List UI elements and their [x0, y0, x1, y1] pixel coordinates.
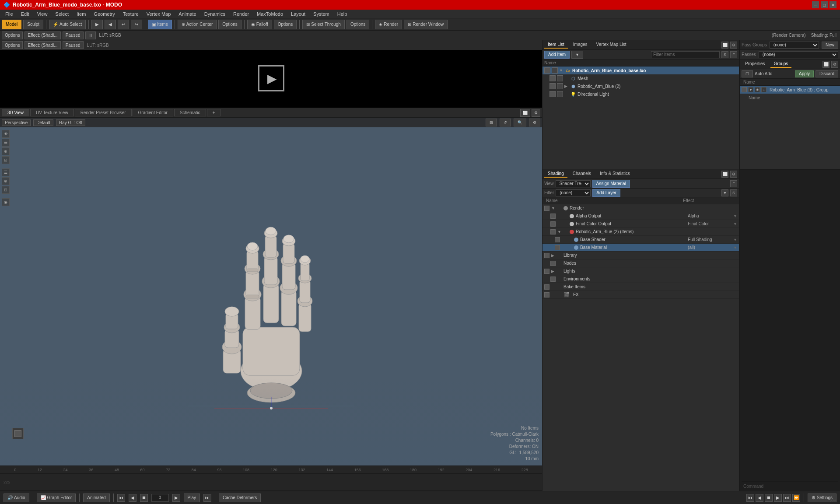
menu-animate[interactable]: Animate: [175, 10, 200, 18]
item-row-arm[interactable]: ▶ ⬢ Robotic_Arm_Blue (2): [542, 82, 739, 90]
f-btn[interactable]: F: [730, 51, 737, 58]
pause-icon-btn[interactable]: ⏸: [85, 32, 96, 39]
menu-dynamics[interactable]: Dynamics: [201, 10, 229, 18]
menu-help[interactable]: Help: [334, 10, 351, 18]
items-btn[interactable]: ▣ Items: [148, 20, 172, 29]
shader-f-btn[interactable]: F: [730, 180, 737, 187]
close-btn[interactable]: ✕: [830, 1, 836, 8]
add-item-btn[interactable]: Add Item: [544, 51, 570, 59]
new-pass-group-btn[interactable]: New: [822, 42, 838, 49]
shader-row-arm-group[interactable]: ▼ Robotic_Arm_Blue (2) (Items): [542, 228, 739, 236]
menu-render[interactable]: Render: [230, 10, 252, 18]
transport-2[interactable]: ◀: [756, 494, 763, 502]
group-expand-btn[interactable]: ▼: [748, 87, 753, 92]
item-row-mesh[interactable]: ⬡ Mesh: [542, 74, 739, 82]
shader-row-final[interactable]: Final Color Output Final Color ▼: [542, 220, 739, 228]
auto-add-checkbox[interactable]: ☐: [742, 70, 753, 77]
item-list-settings-btn[interactable]: ⚙: [730, 42, 737, 49]
toolbar-icon-btn-4[interactable]: ↪: [131, 20, 142, 29]
paused-btn[interactable]: Paused: [63, 32, 84, 39]
discard-btn[interactable]: Discard: [816, 70, 838, 77]
vis-nodes[interactable]: [550, 261, 556, 266]
sculpt-btn[interactable]: Sculpt: [23, 20, 43, 29]
render-btn[interactable]: ◈ Render: [375, 20, 402, 29]
vis-lock-light[interactable]: [557, 91, 563, 97]
item-row-light[interactable]: 💡 Directional Light: [542, 90, 739, 98]
menu-geometry[interactable]: Geometry: [90, 10, 118, 18]
item-list-expand-btn[interactable]: ⬜: [721, 42, 728, 49]
animated-btn[interactable]: Animated: [83, 494, 109, 502]
toolbar-icon-btn-1[interactable]: ▶: [91, 20, 103, 29]
vis-eye-light[interactable]: [550, 91, 556, 97]
add-layer-btn[interactable]: Add Layer: [592, 189, 620, 197]
tab-shading[interactable]: Shading: [544, 170, 567, 178]
transport-1[interactable]: ⏮: [746, 494, 754, 502]
pass-groups-dropdown[interactable]: (none): [770, 42, 819, 49]
action-center-btn[interactable]: ⊕ Action Center: [178, 20, 217, 29]
filter-none-dropdown[interactable]: (none): [556, 189, 591, 196]
shader-row-environments[interactable]: Environments: [542, 275, 739, 283]
falloff-btn[interactable]: ◉ Falloff: [247, 20, 272, 29]
vis-bake[interactable]: [544, 284, 550, 290]
menu-system[interactable]: System: [310, 10, 333, 18]
render-window-btn[interactable]: ⊞ Render Window: [404, 20, 448, 29]
command-input[interactable]: [763, 484, 836, 489]
frame-counter[interactable]: 0: [151, 494, 169, 502]
vis-arm-group[interactable]: [550, 229, 556, 234]
vis-lock-scene[interactable]: [552, 67, 558, 74]
play-label-btn[interactable]: Play: [184, 494, 200, 502]
s-btn[interactable]: S: [721, 51, 728, 58]
tab-properties[interactable]: Properties: [742, 60, 769, 68]
add-item-dropdown-btn[interactable]: ▼: [571, 51, 583, 59]
expand-render[interactable]: ▼: [551, 206, 556, 210]
expand-library[interactable]: ▶: [551, 253, 556, 258]
base-shader-arrow[interactable]: ▼: [733, 238, 737, 242]
tab-item-list[interactable]: Item List: [544, 41, 568, 49]
menu-texture[interactable]: Texture: [119, 10, 142, 18]
transport-4[interactable]: ▶: [774, 494, 782, 502]
apply-btn[interactable]: Apply: [795, 70, 814, 77]
shader-row-nodes[interactable]: Nodes: [542, 259, 739, 267]
effect-btn[interactable]: Effect: (Shadi...: [24, 32, 60, 39]
menu-vertex-map[interactable]: Vertex Map: [143, 10, 175, 18]
tab-channels[interactable]: Channels: [569, 170, 595, 178]
vis-final[interactable]: [550, 221, 556, 227]
vis-eye-arm[interactable]: [550, 83, 556, 89]
vis-lights[interactable]: [544, 269, 550, 274]
vis-eye-scene[interactable]: [544, 67, 550, 74]
play-button[interactable]: ▶: [258, 65, 284, 91]
tab-vertex-map[interactable]: Vertex Map List: [593, 41, 630, 49]
preview-effect-btn[interactable]: Effect: (Shadi...: [24, 41, 60, 49]
transport-6[interactable]: ⏩: [792, 494, 800, 502]
ray-gl-btn[interactable]: Ray GL: Off: [56, 119, 85, 126]
vis-library[interactable]: [544, 253, 550, 258]
shader-tree-dropdown[interactable]: Shader Tree: [556, 180, 591, 187]
shader-row-library[interactable]: ▶ Library: [542, 252, 739, 259]
tab-images[interactable]: Images: [570, 41, 591, 49]
shader-row-base-shader[interactable]: Base Shader Full Shading ▼: [542, 236, 739, 244]
options3-btn[interactable]: Options: [346, 20, 369, 29]
item-row-scene[interactable]: ▼ 🗂 Robotic_Arm_Blue_modo_base.lxo: [542, 66, 739, 74]
add-layer-dropdown[interactable]: ▼: [721, 189, 728, 196]
vis-fx[interactable]: [544, 292, 550, 298]
final-arrow[interactable]: ▼: [733, 222, 737, 226]
playback-back-btn[interactable]: ◀: [129, 494, 136, 502]
menu-file[interactable]: File: [2, 10, 17, 18]
perspective-btn[interactable]: Perspective: [2, 119, 31, 126]
group-row-name-field[interactable]: Name: [740, 94, 840, 102]
default-btn[interactable]: Default: [33, 119, 53, 126]
shader-row-render[interactable]: ▼ Render: [542, 204, 739, 212]
tab-groups[interactable]: Groups: [770, 60, 792, 68]
playback-play-btn[interactable]: ▶: [172, 494, 180, 502]
vp-settings-btn2[interactable]: ⚙: [529, 119, 540, 126]
tab-info-stats[interactable]: Info & Statistics: [596, 170, 634, 178]
group-type-btn[interactable]: □: [761, 87, 766, 92]
preview-paused-btn[interactable]: Paused: [63, 41, 84, 49]
menu-maxtomodo[interactable]: MaxToModo: [253, 10, 287, 18]
passes-dropdown[interactable]: (none): [759, 51, 838, 58]
preview-options-btn[interactable]: Options: [2, 41, 23, 49]
vp-grid-btn[interactable]: ⊞: [486, 119, 497, 126]
toolbar-icon-btn-2[interactable]: ◀: [105, 20, 116, 29]
assign-material-btn[interactable]: Assign Material: [592, 180, 630, 188]
options2-btn[interactable]: Options: [274, 20, 297, 29]
